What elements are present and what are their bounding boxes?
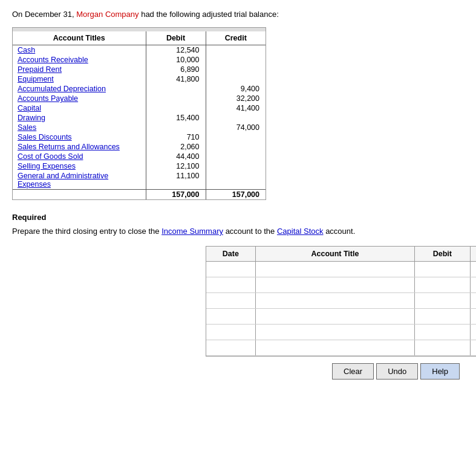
trial-balance-row: Accounts Payable 32,200 [13, 94, 266, 103]
entry-credit-cell[interactable] [470, 261, 476, 277]
tb-account-cell[interactable]: Sales Discounts [13, 132, 146, 142]
tb-credit-cell: 74,000 [206, 123, 266, 132]
entry-account-title-cell[interactable] [255, 324, 415, 340]
entry-account-title-cell[interactable] [255, 292, 415, 308]
entry-account-title-cell[interactable] [255, 277, 415, 292]
tb-debit-cell: 12,540 [146, 45, 206, 56]
tb-debit-cell: 12,100 [146, 161, 206, 171]
th-debit: Debit [146, 31, 206, 45]
entry-account-title-cell[interactable] [255, 308, 415, 324]
tb-account-cell[interactable]: Equipment [13, 74, 146, 84]
tb-debit-cell: 44,400 [146, 152, 206, 161]
tb-account-cell[interactable]: Sales [13, 123, 146, 132]
tb-account-cell[interactable]: Prepaid Rent [13, 65, 146, 74]
required-section: Required Prepare the third closing entry… [12, 213, 464, 237]
trial-balance-row: Sales 74,000 [13, 123, 266, 132]
trial-balance-row: Drawing 15,400 [13, 113, 266, 123]
entry-debit-cell[interactable] [415, 340, 470, 355]
tb-account-cell[interactable]: Capital [13, 103, 146, 113]
undo-button[interactable]: Undo [376, 363, 418, 380]
tb-account-cell[interactable]: Accounts Receivable [13, 55, 146, 65]
entry-date-cell[interactable] [206, 292, 255, 308]
tb-credit-cell [206, 113, 266, 123]
entry-table-row: ✎ ✕ [206, 261, 476, 277]
entry-date-cell[interactable] [206, 308, 255, 324]
entry-table-wrapper: Date Account Title Debit Credit ✎ ✕ [206, 246, 476, 357]
entry-credit-cell[interactable] [470, 277, 476, 292]
trial-balance-row: Cash 12,540 [13, 45, 266, 56]
tb-credit-cell [206, 132, 266, 142]
entry-credit-cell[interactable] [470, 308, 476, 324]
trial-balance-row: Sales Discounts 710 [13, 132, 266, 142]
entry-table: Date Account Title Debit Credit ✎ ✕ [206, 247, 476, 356]
entry-date-cell[interactable] [206, 277, 255, 292]
entry-date-cell[interactable] [206, 261, 255, 277]
tb-credit-cell [206, 152, 266, 161]
entry-debit-cell[interactable] [415, 261, 470, 277]
tb-account-cell[interactable]: Accounts Payable [13, 94, 146, 103]
th-credit: Credit [206, 31, 266, 45]
trial-balance-row: General and Administrative Expenses 11,1… [13, 171, 266, 190]
tb-total-label [13, 190, 146, 200]
intro-text-after: had the following adjusted trial balance… [139, 10, 279, 19]
entry-debit-cell[interactable] [415, 308, 470, 324]
tb-credit-cell [206, 55, 266, 65]
tb-credit-cell [206, 45, 266, 56]
tb-debit-cell: 6,890 [146, 65, 206, 74]
entry-table-row [206, 308, 476, 324]
capital-stock-link[interactable]: Capital Stock [277, 227, 324, 236]
help-button[interactable]: Help [420, 363, 460, 380]
intro-text-before: On December 31, [12, 10, 76, 19]
income-summary-link[interactable]: Income Summary [161, 227, 223, 236]
trial-balance-row: Accumulated Depreciation 9,400 [13, 84, 266, 94]
instruction-middle: account to the [223, 227, 277, 236]
entry-table-row [206, 324, 476, 340]
clear-button[interactable]: Clear [332, 363, 374, 380]
entry-credit-cell[interactable] [470, 340, 476, 355]
th-entry-credit: Credit [470, 247, 476, 262]
instruction-before: Prepare the third closing entry to close… [12, 227, 161, 236]
tb-account-cell[interactable]: Cash [13, 45, 146, 56]
entry-debit-cell[interactable] [415, 277, 470, 292]
entry-credit-cell[interactable] [470, 292, 476, 308]
entry-account-title-cell[interactable] [255, 261, 415, 277]
entry-debit-cell[interactable] [415, 324, 470, 340]
trial-balance-row: Capital 41,400 [13, 103, 266, 113]
intro-paragraph: On December 31, Morgan Company had the f… [12, 10, 464, 19]
trial-balance-row: Prepaid Rent 6,890 [13, 65, 266, 74]
tb-debit-cell: 15,400 [146, 113, 206, 123]
tb-account-cell[interactable]: Cost of Goods Sold [13, 152, 146, 161]
trial-balance-row: Selling Expenses 12,100 [13, 161, 266, 171]
entry-table-row [206, 292, 476, 308]
trial-balance-row: Sales Returns and Allowances 2,060 [13, 142, 266, 152]
tb-credit-cell: 9,400 [206, 84, 266, 94]
trial-balance-row: Equipment 41,800 [13, 74, 266, 84]
entry-credit-cell[interactable] [470, 324, 476, 340]
entry-date-cell[interactable] [206, 340, 255, 355]
tb-debit-cell [146, 94, 206, 103]
tb-debit-cell: 2,060 [146, 142, 206, 152]
instruction-paragraph: Prepare the third closing entry to close… [12, 225, 464, 237]
tb-debit-cell: 11,100 [146, 171, 206, 190]
entry-debit-cell[interactable] [415, 292, 470, 308]
trial-balance-row: Accounts Receivable 10,000 [13, 55, 266, 65]
tb-account-cell[interactable]: Selling Expenses [13, 161, 146, 171]
required-label: Required [12, 213, 464, 222]
th-account-title: Account Title [255, 247, 415, 262]
tb-account-cell[interactable]: Drawing [13, 113, 146, 123]
entry-date-cell[interactable] [206, 324, 255, 340]
tb-account-cell[interactable]: Sales Returns and Allowances [13, 142, 146, 152]
tb-debit-cell: 10,000 [146, 55, 206, 65]
tb-credit-cell [206, 142, 266, 152]
tb-debit-cell: 710 [146, 132, 206, 142]
entry-account-title-cell[interactable] [255, 340, 415, 355]
th-entry-debit: Debit [415, 247, 470, 262]
tb-account-cell[interactable]: General and Administrative Expenses [13, 171, 146, 190]
tb-credit-cell [206, 74, 266, 84]
th-account-titles: Account Titles [13, 31, 146, 45]
tb-debit-cell [146, 84, 206, 94]
tb-account-cell[interactable]: Accumulated Depreciation [13, 84, 146, 94]
tb-debit-cell [146, 123, 206, 132]
tb-credit-cell: 32,200 [206, 94, 266, 103]
tb-total-credit: 157,000 [206, 190, 266, 200]
